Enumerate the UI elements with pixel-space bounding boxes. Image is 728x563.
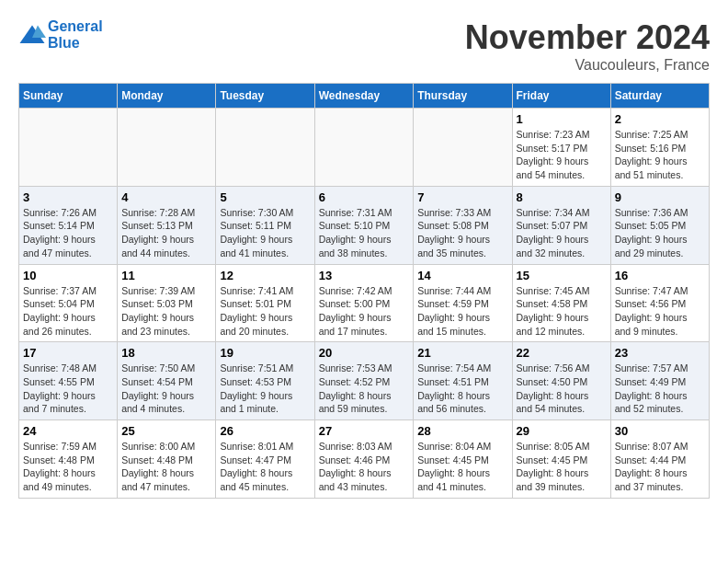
calendar-week-row: 1Sunrise: 7:23 AM Sunset: 5:17 PM Daylig… <box>19 109 710 187</box>
calendar-cell: 12Sunrise: 7:41 AM Sunset: 5:01 PM Dayli… <box>216 264 314 342</box>
day-info: Sunrise: 7:50 AM Sunset: 4:54 PM Dayligh… <box>121 362 211 416</box>
day-number: 15 <box>517 269 607 282</box>
day-info: Sunrise: 7:42 AM Sunset: 5:00 PM Dayligh… <box>319 284 410 339</box>
day-number: 27 <box>319 424 410 438</box>
calendar-week-row: 24Sunrise: 7:59 AM Sunset: 4:48 PM Dayli… <box>19 420 710 499</box>
calendar-cell: 10Sunrise: 7:37 AM Sunset: 5:04 PM Dayli… <box>19 264 118 342</box>
calendar-cell <box>19 109 118 187</box>
day-number: 1 <box>517 112 607 126</box>
day-info: Sunrise: 8:07 AM Sunset: 4:44 PM Dayligh… <box>615 440 705 494</box>
calendar-cell: 21Sunrise: 7:54 AM Sunset: 4:51 PM Dayli… <box>414 342 512 420</box>
calendar-cell: 28Sunrise: 8:04 AM Sunset: 4:45 PM Dayli… <box>414 420 512 499</box>
logo: General Blue <box>18 18 103 51</box>
calendar-cell: 11Sunrise: 7:39 AM Sunset: 5:03 PM Dayli… <box>118 264 216 342</box>
day-info: Sunrise: 7:23 AM Sunset: 5:17 PM Dayligh… <box>517 128 607 182</box>
calendar-cell: 5Sunrise: 7:30 AM Sunset: 5:11 PM Daylig… <box>216 186 314 264</box>
calendar-cell: 24Sunrise: 7:59 AM Sunset: 4:48 PM Dayli… <box>19 420 118 499</box>
day-info: Sunrise: 7:51 AM Sunset: 4:53 PM Dayligh… <box>220 362 310 416</box>
day-info: Sunrise: 7:48 AM Sunset: 4:55 PM Dayligh… <box>23 362 113 416</box>
day-info: Sunrise: 7:41 AM Sunset: 5:01 PM Dayligh… <box>220 284 310 339</box>
weekday-header: Monday <box>118 84 216 109</box>
day-info: Sunrise: 7:45 AM Sunset: 4:58 PM Dayligh… <box>517 284 607 339</box>
day-number: 22 <box>517 346 607 360</box>
calendar-cell: 7Sunrise: 7:33 AM Sunset: 5:08 PM Daylig… <box>414 186 512 264</box>
calendar-cell: 4Sunrise: 7:28 AM Sunset: 5:13 PM Daylig… <box>118 186 216 264</box>
day-info: Sunrise: 7:59 AM Sunset: 4:48 PM Dayligh… <box>23 440 113 494</box>
day-number: 26 <box>220 424 310 438</box>
day-number: 18 <box>121 346 211 360</box>
calendar-cell: 29Sunrise: 8:05 AM Sunset: 4:45 PM Dayli… <box>512 420 610 499</box>
calendar-cell: 14Sunrise: 7:44 AM Sunset: 4:59 PM Dayli… <box>414 264 512 342</box>
day-info: Sunrise: 7:39 AM Sunset: 5:03 PM Dayligh… <box>121 284 211 339</box>
day-number: 2 <box>615 112 705 126</box>
calendar-cell: 8Sunrise: 7:34 AM Sunset: 5:07 PM Daylig… <box>512 186 610 264</box>
day-info: Sunrise: 7:54 AM Sunset: 4:51 PM Dayligh… <box>417 362 507 416</box>
calendar-cell: 13Sunrise: 7:42 AM Sunset: 5:00 PM Dayli… <box>314 264 414 342</box>
weekday-header: Sunday <box>19 84 118 109</box>
calendar-cell: 9Sunrise: 7:36 AM Sunset: 5:05 PM Daylig… <box>610 186 709 264</box>
day-number: 29 <box>517 424 607 438</box>
calendar-cell: 26Sunrise: 8:01 AM Sunset: 4:47 PM Dayli… <box>216 420 314 499</box>
day-info: Sunrise: 7:47 AM Sunset: 4:56 PM Dayligh… <box>615 284 705 339</box>
day-info: Sunrise: 7:34 AM Sunset: 5:07 PM Dayligh… <box>517 206 607 260</box>
day-info: Sunrise: 7:36 AM Sunset: 5:05 PM Dayligh… <box>615 206 705 260</box>
calendar-cell: 27Sunrise: 8:03 AM Sunset: 4:46 PM Dayli… <box>314 420 414 499</box>
calendar-cell: 3Sunrise: 7:26 AM Sunset: 5:14 PM Daylig… <box>19 186 118 264</box>
day-info: Sunrise: 7:44 AM Sunset: 4:59 PM Dayligh… <box>417 284 507 339</box>
day-number: 17 <box>23 346 113 360</box>
day-info: Sunrise: 7:31 AM Sunset: 5:10 PM Dayligh… <box>319 206 410 260</box>
calendar-cell <box>118 109 216 187</box>
logo-icon <box>18 24 46 46</box>
day-number: 23 <box>615 346 705 360</box>
day-number: 14 <box>417 269 507 282</box>
day-number: 11 <box>121 269 211 282</box>
location: Vaucouleurs, France <box>465 57 710 74</box>
title-block: November 2024 Vaucouleurs, France <box>465 18 710 74</box>
day-number: 20 <box>319 346 410 360</box>
day-number: 8 <box>517 190 607 204</box>
weekday-header: Friday <box>512 84 610 109</box>
calendar-header-row: SundayMondayTuesdayWednesdayThursdayFrid… <box>19 84 710 109</box>
day-info: Sunrise: 8:01 AM Sunset: 4:47 PM Dayligh… <box>220 440 310 494</box>
weekday-header: Thursday <box>414 84 512 109</box>
day-info: Sunrise: 8:03 AM Sunset: 4:46 PM Dayligh… <box>319 440 410 494</box>
calendar-cell: 6Sunrise: 7:31 AM Sunset: 5:10 PM Daylig… <box>314 186 414 264</box>
day-number: 5 <box>220 190 310 204</box>
calendar-cell: 2Sunrise: 7:25 AM Sunset: 5:16 PM Daylig… <box>610 109 709 187</box>
day-info: Sunrise: 7:30 AM Sunset: 5:11 PM Dayligh… <box>220 206 310 260</box>
calendar-table: SundayMondayTuesdayWednesdayThursdayFrid… <box>18 83 710 499</box>
day-number: 12 <box>220 269 310 282</box>
day-info: Sunrise: 7:28 AM Sunset: 5:13 PM Dayligh… <box>121 206 211 260</box>
calendar-cell <box>414 109 512 187</box>
page-header: General Blue November 2024 Vaucouleurs, … <box>18 18 710 74</box>
day-info: Sunrise: 7:56 AM Sunset: 4:50 PM Dayligh… <box>517 362 607 416</box>
weekday-header: Wednesday <box>314 84 414 109</box>
day-number: 24 <box>23 424 113 438</box>
calendar-cell: 15Sunrise: 7:45 AM Sunset: 4:58 PM Dayli… <box>512 264 610 342</box>
day-info: Sunrise: 7:25 AM Sunset: 5:16 PM Dayligh… <box>615 128 705 182</box>
day-info: Sunrise: 7:37 AM Sunset: 5:04 PM Dayligh… <box>23 284 113 339</box>
day-info: Sunrise: 8:00 AM Sunset: 4:48 PM Dayligh… <box>121 440 211 494</box>
day-info: Sunrise: 7:57 AM Sunset: 4:49 PM Dayligh… <box>615 362 705 416</box>
day-number: 25 <box>121 424 211 438</box>
day-info: Sunrise: 7:26 AM Sunset: 5:14 PM Dayligh… <box>23 206 113 260</box>
day-number: 6 <box>319 190 410 204</box>
calendar-cell: 22Sunrise: 7:56 AM Sunset: 4:50 PM Dayli… <box>512 342 610 420</box>
calendar-cell: 20Sunrise: 7:53 AM Sunset: 4:52 PM Dayli… <box>314 342 414 420</box>
day-info: Sunrise: 8:05 AM Sunset: 4:45 PM Dayligh… <box>517 440 607 494</box>
logo-blue: Blue <box>48 35 103 52</box>
calendar-cell: 17Sunrise: 7:48 AM Sunset: 4:55 PM Dayli… <box>19 342 118 420</box>
calendar-cell: 25Sunrise: 8:00 AM Sunset: 4:48 PM Dayli… <box>118 420 216 499</box>
day-number: 21 <box>417 346 507 360</box>
logo-general: General <box>48 18 103 35</box>
day-number: 19 <box>220 346 310 360</box>
calendar-cell: 18Sunrise: 7:50 AM Sunset: 4:54 PM Dayli… <box>118 342 216 420</box>
calendar-week-row: 10Sunrise: 7:37 AM Sunset: 5:04 PM Dayli… <box>19 264 710 342</box>
day-number: 4 <box>121 190 211 204</box>
day-number: 30 <box>615 424 705 438</box>
month-title: November 2024 <box>465 18 710 57</box>
calendar-week-row: 17Sunrise: 7:48 AM Sunset: 4:55 PM Dayli… <box>19 342 710 420</box>
day-info: Sunrise: 7:53 AM Sunset: 4:52 PM Dayligh… <box>319 362 410 416</box>
day-number: 7 <box>417 190 507 204</box>
day-number: 9 <box>615 190 705 204</box>
